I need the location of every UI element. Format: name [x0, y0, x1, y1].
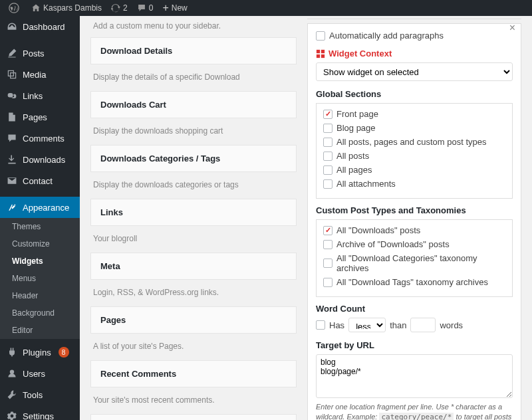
cpt-option-label: All "Download Categories" taxonomy archi… — [336, 253, 505, 273]
nav-comments[interactable]: Comments — [0, 128, 80, 149]
wordcount-title: Word Count — [316, 304, 513, 314]
global-option-label: All attachments — [336, 179, 396, 189]
cpt-option-checkbox[interactable] — [323, 226, 332, 235]
global-option-label: All pages — [336, 165, 372, 175]
widget-title: Meta — [91, 253, 296, 279]
autop-label: Automatically add paragraphs — [329, 31, 444, 41]
cpt-option-label: All "Downloads" posts — [336, 225, 420, 235]
wordcount-value[interactable] — [410, 318, 436, 332]
subnav-customize[interactable]: Customize — [0, 235, 80, 253]
cpt-option-label: All "Download Tags" taxonomy archives — [336, 277, 488, 287]
svg-rect-5 — [321, 54, 325, 57]
available-widget[interactable]: Pages — [90, 306, 297, 334]
nav-media[interactable]: Media — [0, 64, 80, 85]
nav-appearance[interactable]: Appearance — [0, 197, 80, 218]
nav-settings[interactable]: Settings — [0, 405, 80, 420]
nav-posts[interactable]: Posts — [0, 43, 80, 64]
available-widget[interactable]: Download Details — [90, 37, 297, 64]
nav-links[interactable]: Links — [0, 85, 80, 106]
updates[interactable]: 2 — [106, 0, 132, 16]
global-option-checkbox[interactable] — [323, 165, 332, 175]
subnav-header[interactable]: Header — [0, 287, 80, 304]
global-option-label: All posts, pages and custom post types — [336, 137, 486, 147]
nav-tools[interactable]: Tools — [0, 384, 80, 405]
widget-desc: Your blogroll — [90, 230, 297, 253]
available-widget[interactable]: Recent Posts — [90, 414, 297, 420]
widget-title: Recent Comments — [91, 361, 296, 387]
target-url-hint: Enter one location fragment per line. Us… — [316, 402, 513, 420]
widget-desc: Display the details of a specific Downlo… — [90, 68, 297, 91]
comments-bubble[interactable]: 0 — [132, 0, 158, 16]
plugins-count: 8 — [59, 347, 69, 358]
wordcount-op[interactable]: less — [348, 318, 386, 332]
wp-logo[interactable] — [4, 0, 27, 16]
target-url-textarea[interactable]: blog blog/page/* — [316, 354, 513, 398]
visibility-select[interactable]: Show widget on selected — [316, 62, 513, 81]
svg-rect-3 — [321, 49, 325, 52]
cpt-option-checkbox[interactable] — [323, 278, 332, 287]
wordcount-checkbox[interactable] — [316, 320, 325, 330]
autop-checkbox[interactable] — [316, 31, 325, 41]
close-icon[interactable]: × — [509, 22, 515, 34]
subnav-menus[interactable]: Menus — [0, 270, 80, 287]
widget-desc: Your site's most recent comments. — [90, 391, 297, 414]
global-option-checkbox[interactable] — [323, 138, 332, 147]
global-option-checkbox[interactable] — [323, 152, 332, 161]
nav-downloads[interactable]: Downloads — [0, 149, 80, 170]
svg-rect-4 — [317, 54, 320, 57]
global-option-label: All posts — [336, 151, 369, 161]
widget-title: Pages — [91, 307, 296, 333]
cpt-option-checkbox[interactable] — [323, 259, 332, 268]
widget-title: Recent Posts — [91, 415, 296, 420]
global-option-checkbox[interactable] — [323, 179, 332, 189]
svg-point-0 — [9, 3, 19, 13]
site-name[interactable]: Kaspars Dambis — [27, 0, 106, 16]
cpt-option-checkbox[interactable] — [323, 240, 332, 249]
nav-plugins[interactable]: Plugins8 — [0, 342, 80, 363]
widget-context-title: Widget Context — [316, 49, 513, 58]
subnav-widgets[interactable]: Widgets — [0, 253, 80, 270]
new-content[interactable]: +New — [158, 0, 192, 16]
subnav-themes[interactable]: Themes — [0, 218, 80, 235]
available-widget[interactable]: Links — [90, 199, 297, 226]
widget-desc: Display the downloads categories or tags — [90, 176, 297, 199]
subnav-editor[interactable]: Editor — [0, 322, 80, 339]
available-widget[interactable]: Downloads Categories / Tags — [90, 145, 297, 172]
widget-title: Downloads Cart — [91, 92, 296, 118]
available-widget[interactable]: Meta — [90, 253, 297, 280]
subnav-background[interactable]: Background — [0, 304, 80, 322]
cpt-title: Custom Post Types and Taxonomies — [316, 205, 513, 215]
svg-rect-2 — [317, 49, 320, 52]
context-icon — [316, 49, 325, 58]
global-option-label: Front page — [336, 109, 378, 119]
widget-title: Download Details — [91, 38, 296, 64]
widget-desc: Login, RSS, & WordPress.org links. — [90, 284, 297, 306]
global-option-checkbox[interactable] — [323, 110, 332, 119]
widget-title: Downloads Categories / Tags — [91, 146, 296, 171]
widget-desc: A list of your site's Pages. — [90, 338, 297, 360]
cpt-option-label: Archive of "Downloads" posts — [336, 239, 450, 249]
intro-text: Add a custom menu to your sidebar. — [90, 19, 297, 37]
widget-title: Links — [91, 199, 296, 225]
available-widget[interactable]: Recent Comments — [90, 360, 297, 387]
global-option-checkbox[interactable] — [323, 124, 332, 133]
nav-users[interactable]: Users — [0, 363, 80, 384]
available-widget[interactable]: Downloads Cart — [90, 91, 297, 118]
nav-contact[interactable]: Contact — [0, 170, 80, 191]
target-url-title: Target by URL — [316, 340, 513, 350]
widget-desc: Display the downloads shopping cart — [90, 122, 297, 145]
global-sections-title: Global Sections — [316, 89, 513, 99]
nav-dashboard[interactable]: Dashboard — [0, 16, 80, 37]
global-option-label: Blog page — [336, 123, 376, 133]
nav-pages[interactable]: Pages — [0, 106, 80, 128]
